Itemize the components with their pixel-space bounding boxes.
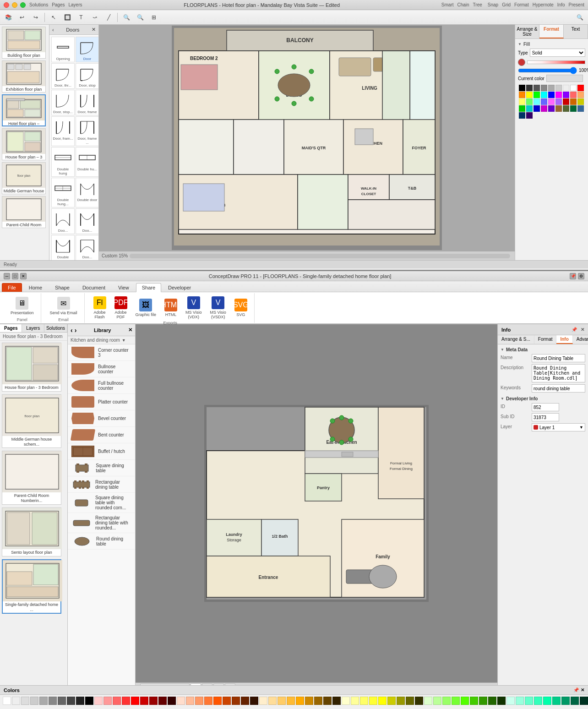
lib-item-full-bullnose[interactable]: Full bullnose counter (68, 377, 135, 394)
color-dark-magenta[interactable] (541, 105, 547, 112)
color-swatch-20[interactable] (186, 697, 194, 705)
current-color-swatch[interactable] (546, 75, 583, 82)
lib-forward-btn[interactable]: › (75, 327, 77, 334)
color-dark-yellow[interactable] (577, 98, 584, 105)
lib-item-corner-counter[interactable]: Corner counter 3 (68, 344, 135, 361)
color-light-blue[interactable] (541, 98, 547, 105)
adobe-pdf-btn[interactable]: PDF AdobePDF (111, 295, 131, 321)
color-yellow[interactable] (526, 92, 533, 98)
ribbon-document-tab[interactable]: Document (76, 283, 111, 292)
color-swatch-5[interactable] (49, 697, 57, 705)
color-blue[interactable] (548, 92, 555, 98)
connect-btn[interactable]: ⤻ (88, 12, 101, 23)
color-olive[interactable] (563, 105, 569, 112)
color-swatch-12[interactable] (113, 697, 121, 705)
color-swatch-52[interactable] (479, 697, 487, 705)
fill-color-dot[interactable] (518, 59, 525, 66)
color-brown[interactable] (555, 105, 562, 112)
meta-description-input[interactable]: Round Dining Table[Kitchen and Dining Ro… (532, 364, 585, 382)
color-swatch-58[interactable] (534, 697, 542, 705)
lib-item-buffet[interactable]: Buffet / hutch (68, 443, 135, 460)
color-swatch-14[interactable] (131, 697, 139, 705)
color-dark-red[interactable] (563, 98, 569, 105)
zoom-out-btn[interactable]: 🔍 (120, 12, 133, 23)
layers-tab[interactable]: Layers (69, 2, 82, 7)
layer-select-dropdown[interactable]: Layer 1 ▼ (532, 423, 585, 431)
double-door2[interactable]: Double door... (51, 235, 75, 260)
color-light-purple[interactable] (555, 98, 562, 105)
page-thumb-5[interactable]: floor plan Middle German house ac... (2, 162, 46, 194)
arrange-size-tab[interactable]: Arrange & Size (515, 25, 539, 38)
present-btn[interactable]: Present (569, 2, 584, 7)
info-advanced-tab[interactable]: Advanced (573, 335, 588, 344)
double-hung2[interactable]: Double hung... (51, 178, 75, 207)
color-swatch-56[interactable] (516, 697, 524, 705)
color-swatch-38[interactable] (351, 697, 359, 705)
door-stop[interactable]: Door, stop (76, 63, 99, 89)
page-thumb-4[interactable]: House floor plan – 3 B... (2, 128, 46, 160)
doo2[interactable]: Doo... (76, 235, 99, 260)
bottom-layers-tab[interactable]: Layers (22, 324, 44, 332)
color-swatch-0[interactable] (3, 697, 11, 705)
color-swatch-27[interactable] (250, 697, 258, 705)
color-swatch-37[interactable] (342, 697, 350, 705)
library-btn[interactable]: 📚 (2, 12, 15, 23)
color-swatch-24[interactable] (223, 697, 231, 705)
fill-triangle[interactable]: ▼ (518, 42, 522, 46)
ribbon-file-tab[interactable]: File (2, 283, 22, 292)
color-swatch-51[interactable] (470, 697, 478, 705)
lib-item-bevel[interactable]: Bevel counter (68, 410, 135, 427)
color-dark-cyan[interactable] (526, 105, 533, 112)
presentation-btn[interactable]: 🖥 Presentation (7, 295, 37, 316)
color-swatch-42[interactable] (387, 697, 396, 705)
chain-btn[interactable]: Chain (457, 2, 469, 7)
page-thumb-6[interactable]: Parent-Child Room Num... (2, 196, 46, 228)
dou[interactable]: Doo... (51, 208, 75, 234)
color-dark-green[interactable] (519, 105, 525, 112)
bottom-close-btn[interactable]: ✕ (20, 273, 27, 279)
bottom-minimize-btn[interactable]: ─ (4, 273, 10, 279)
bottom-page-thumb-1[interactable]: House floor plan - 3 Bedroom (2, 343, 61, 392)
color-swatch-22[interactable] (204, 697, 212, 705)
color-swatch-48[interactable] (442, 697, 451, 705)
color-light-orange[interactable] (577, 92, 584, 98)
ms-visio-vdx-btn[interactable]: V MS Visio(VDX) (182, 295, 205, 321)
bottom-pin-btn[interactable]: 📌 (570, 273, 576, 279)
graphic-file-btn[interactable]: 🖼 Graphic file (132, 297, 160, 318)
color-mid[interactable] (541, 85, 547, 91)
fill-hue-slider[interactable] (527, 60, 585, 64)
door-stop2[interactable]: Door, stop... (51, 90, 75, 115)
color-black[interactable] (519, 85, 525, 91)
info-format-tab[interactable]: Format (534, 335, 557, 344)
color-swatch-44[interactable] (406, 697, 414, 705)
adobe-flash-btn[interactable]: Fl AdobeFlash (90, 295, 109, 321)
bottom-canvas[interactable]: Eat-in Kitchen Formal Living Formal Dini… (136, 324, 497, 701)
double-door[interactable]: Double door (76, 178, 99, 207)
color-swatch-9[interactable] (85, 697, 93, 705)
text-tab[interactable]: Text (564, 25, 588, 38)
snap-btn[interactable]: Snap (488, 2, 498, 7)
meta-triangle[interactable]: ▼ (501, 348, 504, 352)
color-dark-olive[interactable] (570, 105, 577, 112)
opacity-slider[interactable] (518, 69, 577, 72)
lib-item-bent[interactable]: Bent counter (68, 427, 135, 443)
double-hu[interactable]: Double hu... (76, 147, 99, 177)
double-hung[interactable]: Double hung (51, 147, 75, 177)
zoom-in-btn[interactable]: 🔍 (134, 12, 147, 23)
color-navy[interactable] (519, 112, 525, 119)
color-purple[interactable] (563, 92, 569, 98)
color-dark1[interactable] (526, 85, 533, 91)
pointer-btn[interactable]: 🔲 (61, 12, 74, 23)
color-swatch-31[interactable] (287, 697, 295, 705)
tree-btn[interactable]: Tree (473, 2, 482, 7)
lib-item-round-dining[interactable]: Round dining table (68, 533, 135, 550)
color-swatch-34[interactable] (314, 697, 322, 705)
info-pin-button[interactable]: 📌 (572, 327, 577, 332)
meta-keywords-input[interactable] (532, 384, 585, 393)
page-thumb-2[interactable]: Exhibition floor plan (2, 60, 46, 93)
ms-visio-vsdx-btn[interactable]: V MS Visio(VSDX) (207, 295, 229, 321)
bottom-solutions-tab[interactable]: Solutions (44, 324, 67, 332)
color-swatch-47[interactable] (433, 697, 441, 705)
color-swatch-17[interactable] (158, 697, 167, 705)
info-close-button[interactable]: ✕ (581, 327, 584, 332)
